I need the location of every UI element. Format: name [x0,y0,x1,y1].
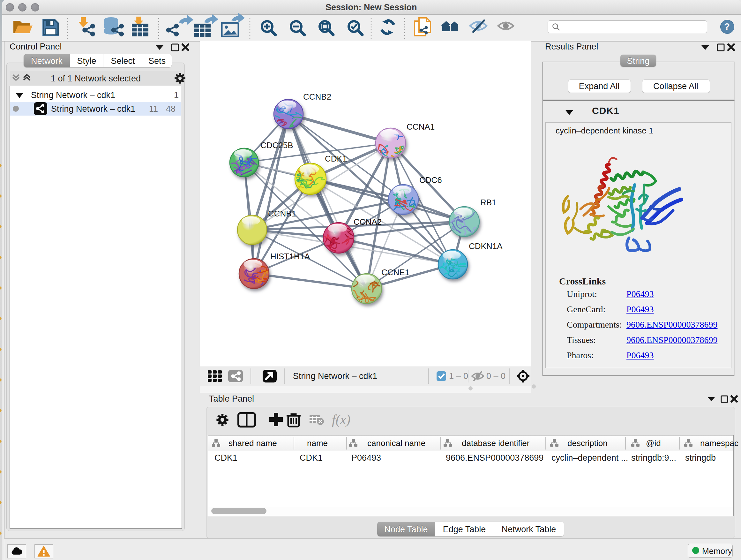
svg-text:database identifier: database identifier [462,438,530,448]
svg-text:CCNA2: CCNA2 [354,217,382,227]
svg-text:0 – 0: 0 – 0 [486,371,506,381]
svg-text:CDC6: CDC6 [419,175,442,185]
svg-text:RB1: RB1 [480,198,496,207]
svg-text:CDC25B: CDC25B [260,140,293,150]
svg-text:CDKN1A: CDKN1A [469,241,502,251]
svg-text:CCNA1: CCNA1 [407,122,434,132]
svg-text:CDK1: CDK1 [325,154,347,164]
svg-text:@id: @id [646,438,661,448]
svg-text:canonical name: canonical name [367,438,425,448]
svg-text:1 – 0: 1 – 0 [449,371,468,381]
svg-text:f(x): f(x) [332,412,350,427]
svg-text:CCNB1: CCNB1 [268,209,296,219]
svg-text:description: description [567,438,608,448]
svg-text:CCNE1: CCNE1 [381,267,409,277]
svg-text:name: name [307,438,328,448]
svg-text:shared name: shared name [228,438,277,448]
svg-text:namespac: namespac [700,438,738,448]
svg-text:String Network – cdk1: String Network – cdk1 [293,371,377,381]
svg-text:HIST1H1A: HIST1H1A [270,252,310,261]
svg-text:CCNB2: CCNB2 [303,92,331,102]
